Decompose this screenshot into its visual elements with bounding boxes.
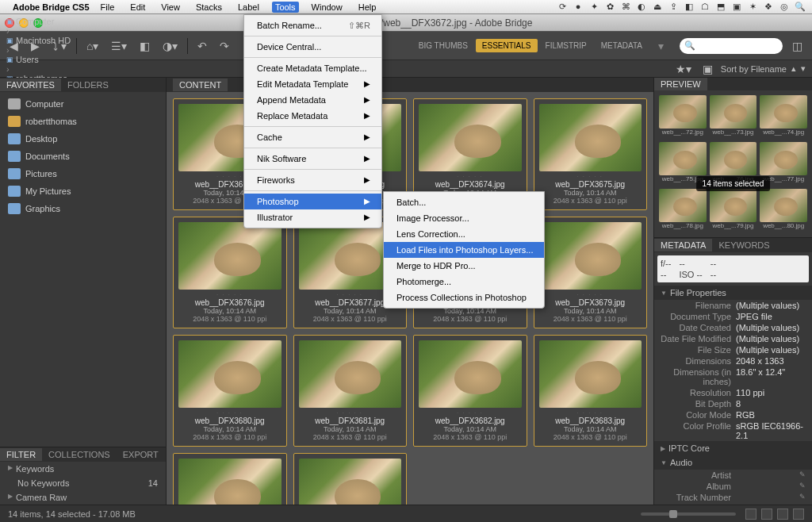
menu-view[interactable]: View <box>158 2 183 13</box>
preview-thumb[interactable] <box>710 142 757 175</box>
preview-thumb[interactable] <box>760 142 807 175</box>
workspace-tab-essentials[interactable]: ESSENTIALS <box>476 39 538 52</box>
submenu-item-merge-to-hdr-pro-[interactable]: Merge to HDR Pro... <box>384 258 544 274</box>
compact-mode-button[interactable]: ◫ <box>789 38 806 54</box>
submenu-item-load-files-into-photoshop-layers-[interactable]: Load Files into Photoshop Layers... <box>384 242 544 258</box>
meta-row: File Size(Multiple values) <box>654 344 812 355</box>
menu-item-create-metadata-template-[interactable]: Create Metadata Template... <box>244 60 381 76</box>
thumbnail-cell[interactable]: · · · · ·web__DFX3680.jpgToday, 10:14 AM… <box>173 335 287 447</box>
filter-row[interactable]: ▶Keywords <box>0 462 166 476</box>
menu-item-illustrator[interactable]: Illustrator▶ <box>244 209 381 225</box>
favorite-pictures[interactable]: Pictures <box>0 165 166 182</box>
workspace-tab-metadata[interactable]: METADATA <box>595 39 649 52</box>
new-folder-button[interactable]: ▣ <box>699 61 716 77</box>
menu-item-edit-metadata-template[interactable]: Edit Metadata Template▶ <box>244 76 381 92</box>
menu-item-photoshop[interactable]: Photoshop▶ <box>244 194 381 209</box>
sort-label[interactable]: Sort by Filename <box>721 64 787 74</box>
menu-edit[interactable]: Edit <box>127 2 148 13</box>
thumbnail-cell[interactable]: · · · · ·web__DFX3681.jpgToday, 10:14 AM… <box>293 335 408 447</box>
app-name[interactable]: Adobe Bridge CS5 <box>13 2 90 12</box>
favorite-my-pictures[interactable]: My Pictures <box>0 182 166 200</box>
preview-thumb[interactable] <box>659 142 707 175</box>
workspace-tab-filmstrip[interactable]: FILMSTRIP <box>539 39 593 52</box>
thumbnail-image <box>539 222 642 290</box>
menu-item-fireworks[interactable]: Fireworks▶ <box>244 172 381 188</box>
submenu-item-batch-[interactable]: Batch... <box>384 194 544 210</box>
mac-menubar: Adobe Bridge CS5 FileEditViewStacksLabel… <box>0 0 812 14</box>
preview-thumb[interactable] <box>760 189 807 222</box>
submenu-item-lens-correction-[interactable]: Lens Correction... <box>384 226 544 242</box>
view-details-button[interactable] <box>777 509 788 520</box>
thumbnail-size-slider[interactable] <box>641 512 736 516</box>
content-tab[interactable]: CONTENT <box>173 79 228 91</box>
menu-item-append-metadata[interactable]: Append Metadata▶ <box>244 92 381 108</box>
menu-label[interactable]: Label <box>235 2 262 13</box>
thumbnail-cell[interactable]: · · · · ·web__DFX3676.jpgToday, 10:14 AM… <box>173 217 287 328</box>
thumbnail-cell[interactable]: · · · · ·web__DFX3685.jpgToday, 10:14 AM… <box>293 453 408 505</box>
iptc-header[interactable]: IPTC Core <box>668 443 710 453</box>
menu-stacks[interactable]: Stacks <box>193 2 225 13</box>
menu-window[interactable]: Window <box>308 2 346 13</box>
breadcrumb-macintosh hd[interactable]: ▣ Macintosh HD <box>6 36 71 45</box>
folder-icon <box>8 98 21 109</box>
preview-thumb[interactable] <box>659 189 707 222</box>
menu-item-nik-software[interactable]: Nik Software▶ <box>244 151 381 167</box>
view-list-button[interactable] <box>793 509 804 520</box>
favorite-robertthomas[interactable]: robertthomas <box>0 113 166 130</box>
left-tab-favorites[interactable]: FAVORITES <box>0 79 61 91</box>
favorite-graphics[interactable]: Graphics <box>0 200 166 217</box>
preview-tab[interactable]: PREVIEW <box>654 78 707 90</box>
menu-item-batch-rename-[interactable]: Batch Rename...⇧⌘R <box>244 17 381 33</box>
rotate-ccw-button[interactable]: ↶ <box>194 38 210 54</box>
camera-download-button[interactable]: ⌂▾ <box>83 38 102 54</box>
filter-row[interactable]: No Keywords14 <box>0 476 166 490</box>
favorite-desktop[interactable]: Desktop <box>0 130 166 148</box>
exif-summary: f/---- --ISO -- ---- <box>657 255 809 282</box>
meta-tab-keywords[interactable]: KEYWORDS <box>712 239 776 251</box>
menu-item-device-central-[interactable]: Device Central... <box>244 39 381 55</box>
view-grid-button[interactable] <box>745 509 756 520</box>
submenu-item-process-collections-in-photoshop[interactable]: Process Collections in Photoshop <box>384 290 544 305</box>
thumbnail-cell[interactable]: · · · · ·web__DFX3679.jpgToday, 10:14 AM… <box>534 217 648 328</box>
menu-file[interactable]: File <box>98 2 118 13</box>
open-camera-raw-button[interactable]: ◧ <box>136 38 153 54</box>
left-tab-folders[interactable]: FOLDERS <box>61 79 115 91</box>
output-button[interactable]: ◑▾ <box>159 38 181 54</box>
submenu-item-photomerge-[interactable]: Photomerge... <box>384 274 544 290</box>
thumbnail-cell[interactable]: · · · · ·web__DFX3682.jpgToday, 10:14 AM… <box>413 335 527 447</box>
menu-tools[interactable]: Tools <box>272 2 299 13</box>
workspace-menu-button[interactable]: ▾ <box>655 38 667 54</box>
meta-row: Dimensions2048 x 1363 <box>654 355 812 367</box>
menu-item-cache[interactable]: Cache▶ <box>244 129 381 145</box>
refine-button[interactable]: ☰▾ <box>108 38 130 54</box>
thumbnail-cell[interactable]: · · · · ·web__DFX3684.jpgToday, 10:14 AM… <box>173 453 287 505</box>
preview-thumb[interactable] <box>659 95 707 129</box>
audio-header[interactable]: Audio <box>670 458 692 467</box>
filter-rating-button[interactable]: ★▾ <box>672 61 695 77</box>
preview-thumb[interactable] <box>710 189 757 222</box>
rotate-cw-button[interactable]: ↷ <box>216 38 232 54</box>
submenu-item-image-processor-[interactable]: Image Processor... <box>384 210 544 226</box>
breadcrumb-users[interactable]: ▣ Users <box>6 55 71 64</box>
filter-row[interactable]: ▶Camera Raw <box>0 490 166 505</box>
thumbnail-cell[interactable]: · · · · ·web__DFX3675.jpgToday, 10:14 AM… <box>534 98 648 210</box>
folder-icon <box>8 151 21 162</box>
sort-menu-button[interactable]: ▾ <box>801 63 806 74</box>
search-input[interactable]: 🔍 <box>680 38 783 54</box>
favorite-documents[interactable]: Documents <box>0 148 166 165</box>
filter-tab-collections[interactable]: COLLECTIONS <box>42 448 117 461</box>
view-grid-lock-button[interactable] <box>761 509 772 520</box>
file-props-header[interactable]: File Properties <box>670 288 726 297</box>
menu-item-replace-metadata[interactable]: Replace Metadata▶ <box>244 108 381 124</box>
preview-thumb[interactable] <box>760 95 807 129</box>
breadcrumb-computer[interactable]: ▣ Computer <box>6 17 71 26</box>
thumbnail-cell[interactable]: · · · · ·web__DFX3683.jpgToday, 10:14 AM… <box>534 335 648 447</box>
sort-direction-button[interactable]: ▴ <box>791 63 796 74</box>
meta-tab-metadata[interactable]: METADATA <box>654 239 712 251</box>
favorite-computer[interactable]: Computer <box>0 95 166 113</box>
preview-thumb[interactable] <box>710 95 757 129</box>
filter-tab-export[interactable]: EXPORT <box>117 448 165 461</box>
filter-tab-filter[interactable]: FILTER <box>0 448 42 461</box>
workspace-tab-big-thumbs[interactable]: BIG THUMBS <box>412 39 474 52</box>
menu-help[interactable]: Help <box>355 2 380 13</box>
